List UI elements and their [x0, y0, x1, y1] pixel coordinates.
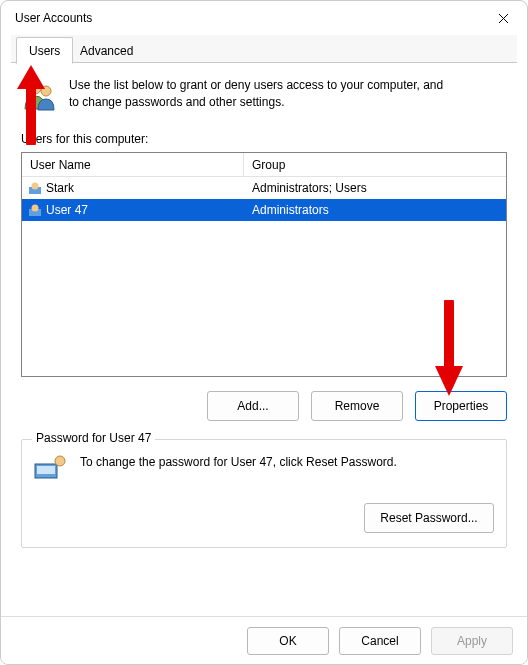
- tab-advanced[interactable]: Advanced: [67, 37, 146, 63]
- password-info-row: To change the password for User 47, clic…: [34, 454, 494, 487]
- column-user-name[interactable]: User Name: [22, 153, 244, 176]
- key-icon: [34, 454, 68, 487]
- users-panel: Use the list below to grant or deny user…: [11, 63, 517, 558]
- column-group[interactable]: Group: [244, 153, 506, 176]
- cell-user-name: Stark: [22, 181, 244, 195]
- reset-password-button[interactable]: Reset Password...: [364, 503, 494, 533]
- svg-point-1: [41, 86, 51, 96]
- user-buttons-row: Add... Remove Properties: [21, 391, 507, 421]
- cell-group: Administrators; Users: [244, 181, 506, 195]
- intro-row: Use the list below to grant or deny user…: [21, 77, 507, 116]
- remove-button[interactable]: Remove: [311, 391, 403, 421]
- cell-user-name: User 47: [22, 203, 244, 217]
- table-row[interactable]: User 47 Administrators: [22, 199, 506, 221]
- intro-text: Use the list below to grant or deny user…: [69, 77, 454, 112]
- titlebar: User Accounts: [1, 1, 527, 35]
- close-icon: [498, 13, 509, 24]
- ok-button[interactable]: OK: [247, 627, 329, 655]
- close-button[interactable]: [487, 6, 519, 30]
- user-icon: [28, 181, 42, 195]
- cancel-button[interactable]: Cancel: [339, 627, 421, 655]
- svg-point-5: [32, 205, 39, 212]
- svg-point-8: [55, 456, 65, 466]
- table-header: User Name Group: [22, 153, 506, 177]
- svg-point-0: [29, 82, 41, 94]
- properties-button[interactable]: Properties: [415, 391, 507, 421]
- tab-strip: Users Advanced: [11, 35, 517, 63]
- list-label: Users for this computer:: [21, 132, 507, 146]
- users-table[interactable]: User Name Group Stark Administrators; Us…: [21, 152, 507, 377]
- user-icon: [28, 203, 42, 217]
- table-row[interactable]: Stark Administrators; Users: [22, 177, 506, 199]
- window-title: User Accounts: [15, 11, 92, 25]
- dialog-footer: OK Cancel Apply: [1, 616, 527, 664]
- svg-point-3: [32, 183, 39, 190]
- username-text: Stark: [46, 181, 74, 195]
- users-icon: [21, 77, 57, 116]
- apply-button: Apply: [431, 627, 513, 655]
- username-text: User 47: [46, 203, 88, 217]
- tab-users[interactable]: Users: [16, 37, 73, 64]
- add-button[interactable]: Add...: [207, 391, 299, 421]
- password-groupbox: Password for User 47 To change the passw…: [21, 439, 507, 548]
- cell-group: Administrators: [244, 203, 506, 217]
- password-text: To change the password for User 47, clic…: [80, 454, 397, 471]
- svg-rect-7: [37, 466, 55, 474]
- password-legend: Password for User 47: [32, 431, 155, 445]
